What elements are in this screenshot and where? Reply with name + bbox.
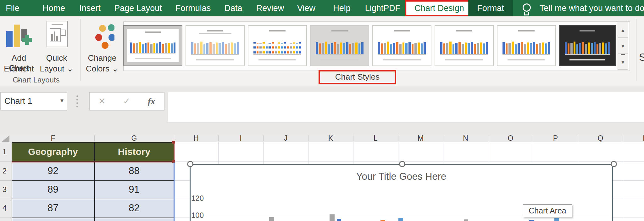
quick-layout-label-2: Layout ⌄ [39,64,74,74]
cell-value[interactable]: 91 [94,180,174,199]
column-header-P[interactable]: P [533,135,578,142]
row-header-column: 1234 [0,142,12,221]
ribbon-tab-bar: FileHomeInsertPage LayoutFormulasDataRev… [0,0,644,16]
tab-data[interactable]: Data [224,0,242,16]
chart-style-8[interactable] [559,25,616,66]
column-header-H[interactable]: H [174,135,218,142]
chart-styles-group-label: Chart Styles [320,72,395,82]
chart-bar [464,219,468,221]
column-header-L[interactable]: L [353,135,398,142]
chart-bar [554,218,559,221]
tab-lightpdf[interactable]: LightPDF [365,0,401,16]
tab-review[interactable]: Review [256,0,284,16]
chart-bar [330,214,335,221]
insert-function-icon[interactable]: fx [148,96,155,106]
change-colors-label-1: Change [84,53,121,63]
chart-styles-gallery [123,21,630,71]
chevron-down-icon: ⌄ [67,64,74,73]
tell-me-box[interactable]: Tell me what you want to do [540,0,644,16]
gallery-scroll-down-button[interactable]: ▼ [618,38,628,54]
chart-bar [380,220,385,221]
gallery-more-button[interactable]: ▼ [618,54,628,70]
tab-file[interactable]: File [6,0,19,16]
tab-view[interactable]: View [297,0,315,16]
formula-buttons: ✕ ✓ fx [89,92,164,110]
add-chart-element-icon [6,21,32,50]
cell-value[interactable]: 89 [12,180,94,199]
tab-format[interactable]: Format [468,0,513,16]
series-name-range-outline [12,162,175,162]
tab-help[interactable]: Help [333,0,351,16]
tab-chart-design[interactable]: Chart Design [405,0,474,16]
row-header-4[interactable]: 4 [0,203,7,213]
chart-bar [529,220,534,221]
formula-bar-input[interactable] [168,92,644,123]
row-header-1[interactable]: 1 [0,147,7,156]
select-all-button[interactable] [2,135,9,142]
group-divider [636,19,636,81]
tab-formulas[interactable]: Formulas [175,0,211,16]
values-range-outline [174,162,175,221]
name-box-dropdown-icon[interactable]: ▾ [57,92,67,109]
column-header-N[interactable]: N [443,135,488,142]
add-chart-element-button[interactable]: Add Chart Element ⌄ [1,20,36,83]
quick-layout-icon [47,21,68,47]
chart-style-3[interactable] [248,25,307,66]
cancel-icon[interactable]: ✕ [98,96,106,106]
change-colors-label-2: Colors ⌄ [84,64,121,74]
table-header-history[interactable]: History [94,142,174,162]
row-header-3[interactable]: 3 [0,185,7,194]
tab-home[interactable]: Home [42,0,65,16]
column-header-K[interactable]: K [308,135,353,142]
excel-window: FileHomeInsertPage LayoutFormulasDataRev… [0,0,644,221]
column-header-R[interactable]: R [623,135,644,142]
column-header-J[interactable]: J [263,135,308,142]
chart-style-6[interactable] [435,25,494,66]
change-colors-button[interactable]: Change Colors ⌄ [84,20,121,83]
chart-styles-highlight-box: Chart Styles [319,70,396,84]
chart-style-4[interactable] [310,25,369,66]
column-header-O[interactable]: O [488,135,533,142]
lightbulb-icon [523,3,531,15]
change-colors-icon [90,21,114,50]
column-header-F[interactable]: F [12,135,94,142]
cell-value[interactable]: 87 [12,199,94,218]
formula-bar-splitter[interactable] [76,95,78,107]
chart-style-2[interactable] [186,25,245,66]
column-header-I[interactable]: I [218,135,263,142]
chart-resize-handle-top-center[interactable] [399,161,405,167]
chart-style-7[interactable] [497,25,556,66]
chevron-down-icon: ⌄ [112,64,119,73]
next-group-partial-label: S [639,51,644,63]
gallery-scroll-up-button[interactable]: ▲ [618,22,628,38]
tab-insert[interactable]: Insert [79,0,101,16]
chart-resize-handle-top-left[interactable] [187,161,193,167]
table-header-geography[interactable]: Geography [12,142,94,162]
quick-layout-label-1: Quick [39,53,74,63]
chart-bar [269,217,274,221]
quick-layout-button[interactable]: Quick Layout ⌄ [39,20,74,83]
enter-icon[interactable]: ✓ [123,96,130,106]
series-name-range-outline [174,142,175,162]
cell-value[interactable]: 92 [12,162,94,180]
column-header-Q[interactable]: Q [578,135,623,142]
chart-style-5[interactable] [372,25,431,66]
column-header-M[interactable]: M [398,135,443,142]
tab-page-layout[interactable]: Page Layout [114,0,162,16]
chart-bar [398,218,403,221]
cell-value[interactable]: 82 [94,199,174,218]
ribbon: Add Chart Element ⌄ Quick Layout ⌄ Chart [0,16,644,86]
chart-style-1[interactable] [123,25,182,66]
column-header-G[interactable]: G [94,135,174,142]
chart-layouts-group-label: Chart Layouts [6,76,66,84]
row-header-2[interactable]: 2 [0,166,7,176]
chart-resize-handle-top-right[interactable] [611,161,617,167]
chart-area-tooltip: Chart Area [523,204,572,217]
chart-bar [337,219,341,221]
cell-value[interactable]: 88 [94,162,174,180]
group-divider [80,19,80,81]
